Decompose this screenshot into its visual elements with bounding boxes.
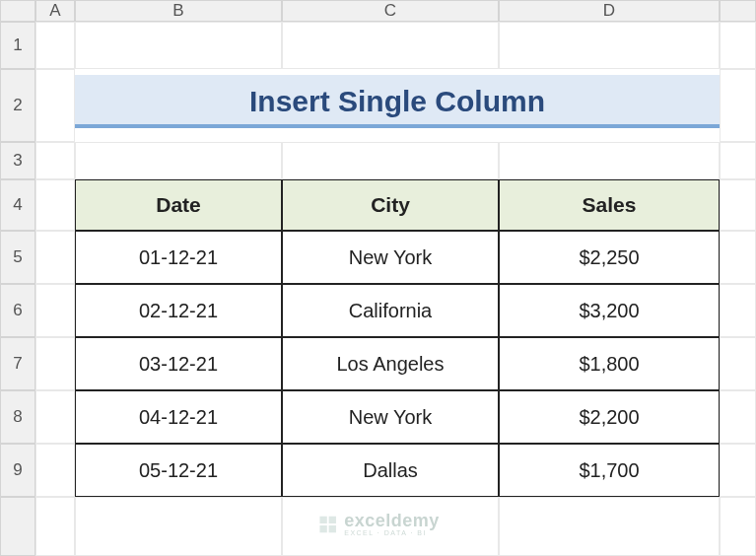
table-header-city[interactable]: City xyxy=(282,179,499,231)
cell-E1[interactable] xyxy=(720,22,756,69)
cell-A3[interactable] xyxy=(35,142,75,179)
row-header-4[interactable]: 4 xyxy=(0,179,35,231)
cell-sales[interactable]: $1,700 xyxy=(499,444,720,497)
watermark-main: exceldemy xyxy=(344,512,440,529)
row-header-8[interactable]: 8 xyxy=(0,390,35,444)
cell-sales[interactable]: $3,200 xyxy=(499,284,720,337)
cell-E2[interactable] xyxy=(720,69,756,142)
cell-B1[interactable] xyxy=(75,22,282,69)
row-header-7[interactable]: 7 xyxy=(0,337,35,390)
cell-B3[interactable] xyxy=(75,142,282,179)
row-header-1[interactable]: 1 xyxy=(0,22,35,69)
cell-A2[interactable] xyxy=(35,69,75,142)
cell-D10[interactable] xyxy=(499,497,720,556)
cell-E5[interactable] xyxy=(720,231,756,284)
cell-city[interactable]: California xyxy=(282,284,499,337)
cell-sales[interactable]: $2,250 xyxy=(499,231,720,284)
cell-date[interactable]: 05-12-21 xyxy=(75,444,282,497)
spreadsheet-grid: A B C D 1 2 3 4 5 6 7 8 9 Insert Single … xyxy=(0,0,756,556)
cell-date[interactable]: 02-12-21 xyxy=(75,284,282,337)
logo-icon xyxy=(316,514,338,535)
cell-sales[interactable]: $1,800 xyxy=(499,337,720,390)
cell-E3[interactable] xyxy=(720,142,756,179)
cell-date[interactable]: 04-12-21 xyxy=(75,390,282,444)
cell-A9[interactable] xyxy=(35,444,75,497)
cell-city[interactable]: Dallas xyxy=(282,444,499,497)
cell-C1[interactable] xyxy=(282,22,499,69)
cell-A8[interactable] xyxy=(35,390,75,444)
cell-city[interactable]: Los Angeles xyxy=(282,337,499,390)
watermark-sub: EXCEL · DATA · BI xyxy=(344,529,440,536)
cell-city[interactable]: New York xyxy=(282,231,499,284)
cell-E10[interactable] xyxy=(720,497,756,556)
row-header-6[interactable]: 6 xyxy=(0,284,35,337)
table-header-date[interactable]: Date xyxy=(75,179,282,231)
watermark: exceldemy EXCEL · DATA · BI xyxy=(316,512,440,536)
page-title: Insert Single Column xyxy=(249,85,545,117)
title-banner: Insert Single Column xyxy=(75,75,720,128)
cell-E4[interactable] xyxy=(720,179,756,231)
row-header-next[interactable] xyxy=(0,497,35,556)
row-header-9[interactable]: 9 xyxy=(0,444,35,497)
cell-A6[interactable] xyxy=(35,284,75,337)
select-all-corner[interactable] xyxy=(0,0,35,22)
cell-E9[interactable] xyxy=(720,444,756,497)
col-header-B[interactable]: B xyxy=(75,0,282,22)
cell-E6[interactable] xyxy=(720,284,756,337)
col-header-C[interactable]: C xyxy=(282,0,499,22)
cell-A5[interactable] xyxy=(35,231,75,284)
cell-A10[interactable] xyxy=(35,497,75,556)
col-header-next[interactable] xyxy=(720,0,756,22)
cell-A1[interactable] xyxy=(35,22,75,69)
cell-E8[interactable] xyxy=(720,390,756,444)
col-header-D[interactable]: D xyxy=(499,0,720,22)
row-header-2[interactable]: 2 xyxy=(0,69,35,142)
cell-B10[interactable] xyxy=(75,497,282,556)
row-header-5[interactable]: 5 xyxy=(0,231,35,284)
cell-sales[interactable]: $2,200 xyxy=(499,390,720,444)
cell-D1[interactable] xyxy=(499,22,720,69)
cell-C3[interactable] xyxy=(282,142,499,179)
cell-D3[interactable] xyxy=(499,142,720,179)
cell-E7[interactable] xyxy=(720,337,756,390)
table-header-sales[interactable]: Sales xyxy=(499,179,720,231)
cell-date[interactable]: 03-12-21 xyxy=(75,337,282,390)
cell-city[interactable]: New York xyxy=(282,390,499,444)
col-header-A[interactable]: A xyxy=(35,0,75,22)
title-cell[interactable]: Insert Single Column xyxy=(75,69,720,142)
row-header-3[interactable]: 3 xyxy=(0,142,35,179)
cell-A4[interactable] xyxy=(35,179,75,231)
cell-A7[interactable] xyxy=(35,337,75,390)
cell-date[interactable]: 01-12-21 xyxy=(75,231,282,284)
